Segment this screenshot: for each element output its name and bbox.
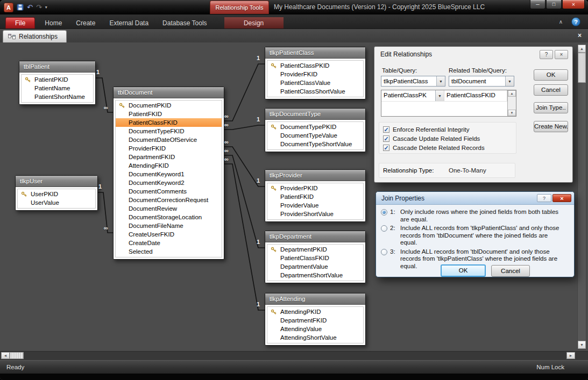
table-header-tbldocument[interactable]: tblDocument <box>114 87 224 98</box>
field-departmentvalue[interactable]: DepartmentValue <box>267 262 363 271</box>
redo-icon[interactable]: ↷ <box>36 4 42 11</box>
checkbox-enforce-referential-integrity[interactable]: ✓Enforce Referential Integrity <box>383 125 470 133</box>
field-patientshortname[interactable]: PatientShortName <box>22 92 93 101</box>
er-button-ok[interactable]: OK <box>534 69 568 81</box>
dialog-help-icon[interactable]: ? <box>540 50 553 59</box>
field-documenttypepkid[interactable]: DocumentTypePKID <box>267 123 363 131</box>
field-documentpkid[interactable]: DocumentPKID <box>116 101 222 110</box>
tab-external-data[interactable]: External Data <box>102 17 155 28</box>
join-option-2[interactable]: 2:Include ALL records from 'tlkpPatientC… <box>381 225 569 247</box>
field-departmentshortvalue[interactable]: DepartmentShortValue <box>267 271 363 279</box>
field-patientfkid[interactable]: PatientFKID <box>267 192 363 201</box>
chevron-down-icon[interactable]: ▼ <box>505 76 514 86</box>
field-attendingvalue[interactable]: AttendingValue <box>267 325 363 333</box>
field-attendingpkid[interactable]: AttendingPKID <box>267 307 363 316</box>
field-documentcorrectionrequest[interactable]: DocumentCorrectionRequest <box>116 196 222 204</box>
field-documenttypevalue[interactable]: DocumentTypeValue <box>267 131 363 140</box>
er-button-cancel[interactable]: Cancel <box>534 84 568 96</box>
undo-icon[interactable]: ↶ <box>27 4 33 11</box>
access-app-icon[interactable]: A <box>4 3 13 12</box>
field-selected[interactable]: Selected <box>116 247 222 256</box>
table-header-tlkpprovider[interactable]: tlkpProvider <box>265 170 365 181</box>
field-documenttypefkid[interactable]: DocumentTypeFKID <box>116 127 222 135</box>
field-uservalue[interactable]: UserValue <box>18 198 95 207</box>
join-cancel-button[interactable]: Cancel <box>491 265 530 277</box>
join-field-left-cell[interactable]: PatientClassPK ▼ <box>381 90 444 101</box>
vertical-scrollbar[interactable]: ▲ ▼ <box>577 44 586 349</box>
dialog-close-icon[interactable]: × <box>552 194 571 202</box>
er-button-create-new[interactable]: Create New.. <box>534 121 568 132</box>
field-patientpkid[interactable]: PatientPKID <box>22 75 93 84</box>
dialog-help-icon[interactable]: ? <box>537 194 551 202</box>
dialog-close-icon[interactable]: × <box>555 50 568 59</box>
scroll-down-icon[interactable]: ▼ <box>508 110 516 116</box>
minimize-ribbon-icon[interactable]: ∧ <box>559 19 563 25</box>
field-userpkid[interactable]: UserPKID <box>18 190 95 198</box>
scroll-up-icon[interactable]: ▲ <box>578 45 586 53</box>
minimize-button[interactable]: ─ <box>530 0 546 9</box>
horizontal-scroll-thumb[interactable] <box>10 352 24 359</box>
tab-database-tools[interactable]: Database Tools <box>155 17 214 28</box>
checkbox-cascade-update-related-fields[interactable]: ✓Cascade Update Related Fields <box>383 134 480 142</box>
table-header-tlkpdocumenttype[interactable]: tlkpDocumentType <box>265 109 365 120</box>
tab-file[interactable]: File <box>5 17 35 28</box>
er-button-join-type[interactable]: Join Type.. <box>534 102 568 113</box>
field-patientclassvalue[interactable]: PatientClassValue <box>267 78 363 87</box>
help-icon[interactable]: ? <box>571 17 580 26</box>
tab-home[interactable]: Home <box>38 17 69 28</box>
field-providerfkid[interactable]: ProviderFKID <box>267 70 363 78</box>
field-providershortvalue[interactable]: ProviderShortValue <box>267 210 363 218</box>
table-header-tlkpdepartment[interactable]: tlkpDepartment <box>265 231 365 242</box>
field-patientfkid[interactable]: PatientFKID <box>116 110 222 118</box>
table-query-combobox[interactable]: tlkpPatientClass ▼ <box>381 76 445 87</box>
qat-customize-dropdown-icon[interactable]: ▾ <box>45 5 47 10</box>
field-documentkeyword2[interactable]: DocumentKeyword2 <box>116 178 222 187</box>
checkbox-cascade-delete-related-records[interactable]: ✓Cascade Delete Related Records <box>383 144 485 152</box>
scroll-left-icon[interactable]: ◄ <box>1 352 10 359</box>
close-button[interactable]: × <box>562 0 585 9</box>
radio-icon[interactable] <box>381 225 387 232</box>
scroll-right-icon[interactable]: ► <box>566 352 575 359</box>
chevron-down-icon[interactable]: ▼ <box>436 76 445 86</box>
checkbox-icon[interactable]: ✓ <box>383 135 389 142</box>
field-providerfkid[interactable]: ProviderFKID <box>116 144 222 153</box>
tab-design[interactable]: Design <box>224 17 284 28</box>
table-header-tblpatient[interactable]: tblPatient <box>19 61 95 73</box>
join-option-1[interactable]: 1:Only include rows where the joined fie… <box>381 209 569 223</box>
vertical-scroll-thumb[interactable] <box>578 53 586 83</box>
field-patientname[interactable]: PatientName <box>22 84 93 92</box>
field-patientclassfkid[interactable]: PatientClassFKID <box>116 118 222 127</box>
field-documentreview[interactable]: DocumentReview <box>116 204 222 213</box>
field-documentdateofservice[interactable]: DocumentDateOfService <box>116 135 222 144</box>
field-documentfilename[interactable]: DocumentFileName <box>116 221 222 230</box>
field-attendingshortvalue[interactable]: AttendingShortValue <box>267 333 363 342</box>
field-providervalue[interactable]: ProviderValue <box>267 201 363 210</box>
field-createdate[interactable]: CreateDate <box>116 239 222 247</box>
chevron-down-icon[interactable]: ▼ <box>435 90 444 101</box>
tab-relationships[interactable]: Relationships <box>3 30 67 42</box>
radio-icon[interactable] <box>381 209 387 216</box>
field-patientclassfkid[interactable]: PatientClassFKID <box>267 254 363 262</box>
horizontal-scrollbar[interactable]: ◄ <box>1 352 24 359</box>
table-header-tlkppatientclass[interactable]: tlkpPatientClass <box>265 47 365 59</box>
save-icon[interactable] <box>17 4 24 11</box>
scroll-up-icon[interactable]: ▲ <box>508 90 516 97</box>
related-table-query-combobox[interactable]: tblDocument ▼ <box>449 76 514 87</box>
field-documentcomments[interactable]: DocumentComments <box>116 187 222 196</box>
table-header-tlkpuser[interactable]: tlkpUser <box>16 176 97 187</box>
field-patientclassshortvalue[interactable]: PatientClassShortValue <box>267 87 363 96</box>
field-departmentfkid[interactable]: DepartmentFKID <box>267 316 363 325</box>
field-documentkeyword1[interactable]: DocumentKeyword1 <box>116 170 222 178</box>
table-header-tlkpattending[interactable]: tlkpAttending <box>265 293 365 305</box>
maximize-button[interactable]: □ <box>546 0 562 9</box>
field-providerpkid[interactable]: ProviderPKID <box>267 184 363 192</box>
field-documentstoragelocation[interactable]: DocumentStorageLocation <box>116 213 222 221</box>
field-departmentfkid[interactable]: DepartmentFKID <box>116 153 222 161</box>
field-departmentpkid[interactable]: DepartmentPKID <box>267 245 363 254</box>
tab-create[interactable]: Create <box>69 17 102 28</box>
close-tab-icon[interactable]: × <box>578 32 582 39</box>
field-attendingfkid[interactable]: AttendingFKID <box>116 161 222 170</box>
field-createuserfkid[interactable]: CreateUserFKID <box>116 230 222 239</box>
field-patientclasspkid[interactable]: PatientClassPKID <box>267 61 363 70</box>
field-documenttypeshortvalue[interactable]: DocumentTypeShortValue <box>267 140 363 148</box>
